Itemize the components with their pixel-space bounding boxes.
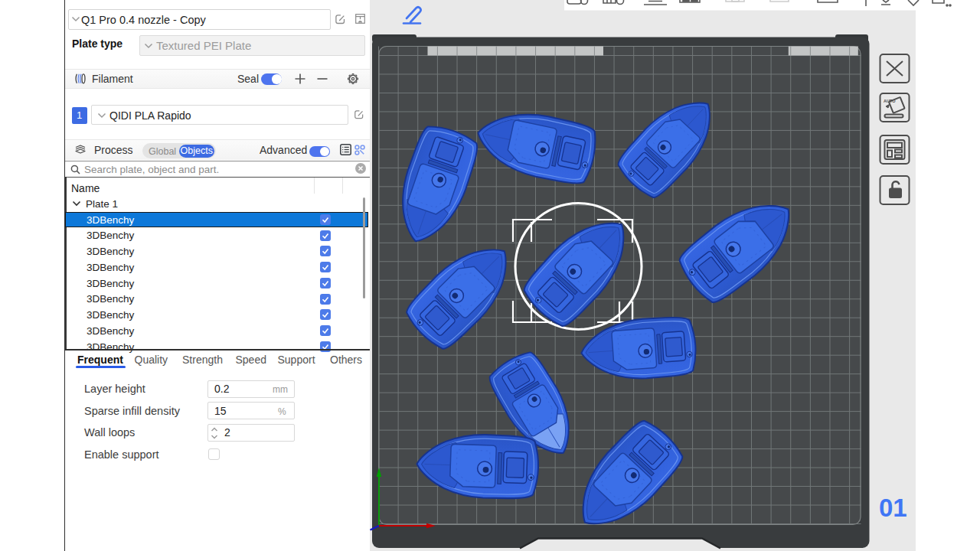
svg-text:AUTO: AUTO: [884, 99, 896, 103]
svg-text:01: 01: [879, 494, 907, 522]
